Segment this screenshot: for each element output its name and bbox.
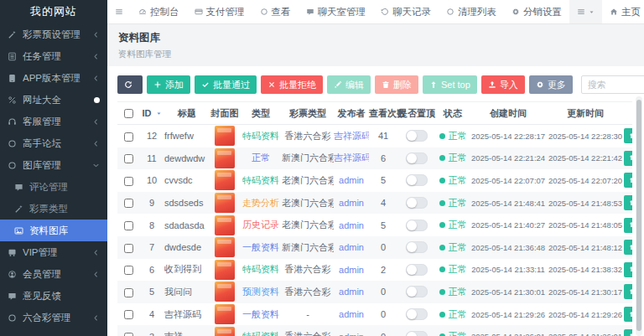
pin-toggle[interactable] <box>406 197 428 209</box>
pin-toggle[interactable] <box>406 264 428 276</box>
toolbar-button[interactable]: 删除 <box>375 75 418 94</box>
row-checkbox[interactable] <box>124 154 133 163</box>
set-top-button[interactable]: 置顶 <box>624 218 632 233</box>
sidebar-item[interactable]: VIP管理 <box>0 241 107 263</box>
column-header[interactable] <box>117 102 139 125</box>
sidebar-item[interactable]: 网址大全 <box>0 89 107 111</box>
cover-thumbnail[interactable] <box>215 327 235 336</box>
cell-publisher-link[interactable]: admin <box>334 236 369 259</box>
navbar-item[interactable]: 聊天记录 <box>373 0 439 23</box>
sidebar-item[interactable]: 六合彩管理 <box>0 307 107 328</box>
sidebar-item[interactable]: 高手论坛 <box>0 132 107 154</box>
sidebar-item[interactable]: 意见反馈 <box>0 285 107 307</box>
row-checkbox[interactable] <box>124 310 133 319</box>
set-top-button[interactable]: 置顶 <box>624 307 632 322</box>
navbar-item[interactable]: 聊天室管理 <box>299 0 374 23</box>
row-checkbox[interactable] <box>124 177 133 186</box>
cell-publisher-link[interactable]: admin <box>334 192 369 215</box>
sidebar-item[interactable]: 资料图库 <box>0 220 107 241</box>
pin-toggle[interactable] <box>406 220 428 231</box>
column-header[interactable]: ID <box>139 102 164 125</box>
navbar-item[interactable]: 支付管理 <box>187 0 252 23</box>
toolbar-button[interactable] <box>117 75 143 94</box>
sidebar-item[interactable]: 图库管理 <box>0 154 107 176</box>
column-header[interactable]: 标题 <box>164 102 210 125</box>
set-top-button[interactable]: 置顶 <box>624 195 632 210</box>
row-checkbox[interactable] <box>124 221 133 230</box>
column-header[interactable]: 状态 <box>436 102 470 125</box>
cell-publisher-link[interactable]: admin <box>334 259 369 282</box>
sidebar-item[interactable]: 客服管理 <box>0 111 107 132</box>
select-all-checkbox[interactable] <box>124 109 133 118</box>
set-top-button[interactable]: 置顶 <box>624 173 632 188</box>
navbar-item[interactable]: 控制台 <box>131 0 187 23</box>
cover-thumbnail[interactable] <box>215 148 235 168</box>
cell-publisher-link[interactable]: admin <box>334 303 369 326</box>
column-header[interactable]: 查看次数 <box>369 102 397 125</box>
cover-thumbnail[interactable] <box>215 193 235 213</box>
sidebar-item[interactable]: 会员管理 <box>0 263 107 285</box>
toolbar-button[interactable]: 更多 <box>529 75 573 94</box>
cell-publisher-link[interactable]: 吉祥源码 <box>334 147 369 170</box>
cover-thumbnail[interactable] <box>215 304 235 324</box>
row-checkbox[interactable] <box>124 266 133 275</box>
set-top-button[interactable]: 置顶 <box>624 240 632 255</box>
row-checkbox[interactable] <box>124 132 133 142</box>
sidebar-item[interactable]: 彩票预设管理 <box>0 23 107 45</box>
pin-toggle[interactable] <box>406 152 428 164</box>
pin-toggle[interactable] <box>406 174 428 186</box>
toolbar-button[interactable]: 批量通过 <box>195 75 257 94</box>
column-header[interactable]: 类型 <box>240 102 282 125</box>
sort-desc-icon[interactable] <box>156 111 162 116</box>
cell-publisher-link[interactable]: admin <box>334 169 369 192</box>
column-header[interactable]: 彩票类型 <box>282 102 334 125</box>
row-checkbox[interactable] <box>124 288 133 297</box>
sidebar-item[interactable]: 评论管理 <box>0 176 107 198</box>
scrollbar-thumb[interactable] <box>636 100 641 331</box>
row-checkbox[interactable] <box>124 333 133 336</box>
navbar-item[interactable]: 主页 <box>602 0 644 23</box>
set-top-button[interactable]: 置顶 <box>624 329 632 336</box>
set-top-button[interactable]: 置顶 <box>624 151 632 166</box>
column-header[interactable]: 创建时间 <box>470 102 547 125</box>
sidebar-item[interactable]: APP版本管理 <box>0 67 107 89</box>
cell-publisher-link[interactable]: admin <box>334 281 369 303</box>
column-header[interactable]: 发布者 <box>334 102 369 125</box>
column-header[interactable]: 操作 <box>624 102 632 125</box>
cover-thumbnail[interactable] <box>215 170 235 190</box>
cover-thumbnail[interactable] <box>215 282 235 302</box>
cell-publisher-link[interactable]: 吉祥源码 <box>334 125 369 147</box>
cover-thumbnail[interactable] <box>215 126 235 146</box>
row-checkbox[interactable] <box>124 244 133 253</box>
set-top-button[interactable]: 置顶 <box>624 262 632 277</box>
pin-toggle[interactable] <box>406 241 428 253</box>
navbar-item[interactable]: 查看 <box>252 0 299 23</box>
row-checkbox[interactable] <box>124 199 133 208</box>
column-header[interactable]: 更新时间 <box>547 102 624 125</box>
pin-toggle[interactable] <box>406 286 428 297</box>
search-input[interactable] <box>581 75 644 94</box>
column-header[interactable]: 封面图 <box>210 102 240 125</box>
cover-thumbnail[interactable] <box>215 260 235 280</box>
toolbar-button[interactable]: 添加 <box>147 75 190 94</box>
cell-publisher-link[interactable]: admin <box>334 214 369 236</box>
pin-toggle[interactable] <box>406 130 428 142</box>
cover-thumbnail[interactable] <box>215 237 235 257</box>
navbar-item[interactable]: 清理列表 <box>439 0 504 23</box>
sidebar-toggle-button[interactable] <box>107 0 131 23</box>
column-header[interactable]: 是否置顶 <box>397 102 436 125</box>
toolbar-button[interactable]: 导入 <box>481 75 525 94</box>
navbar-item[interactable]: 分销设置 <box>504 0 569 23</box>
vertical-scrollbar[interactable] <box>636 96 642 336</box>
cover-thumbnail[interactable] <box>215 215 235 235</box>
pin-toggle[interactable] <box>406 331 428 336</box>
set-top-button[interactable]: 置顶 <box>624 128 632 143</box>
sidebar-item[interactable]: 任务管理 <box>0 45 107 67</box>
toolbar-button[interactable]: 编辑 <box>327 75 371 94</box>
cell-publisher-link[interactable]: admin <box>334 325 369 336</box>
set-top-button[interactable]: 置顶 <box>624 284 632 299</box>
toolbar-button[interactable]: 批量拒绝 <box>261 75 323 94</box>
toolbar-button[interactable]: Set top <box>423 75 477 94</box>
pin-toggle[interactable] <box>406 308 428 320</box>
sidebar-item[interactable]: 彩票类型 <box>0 198 107 220</box>
